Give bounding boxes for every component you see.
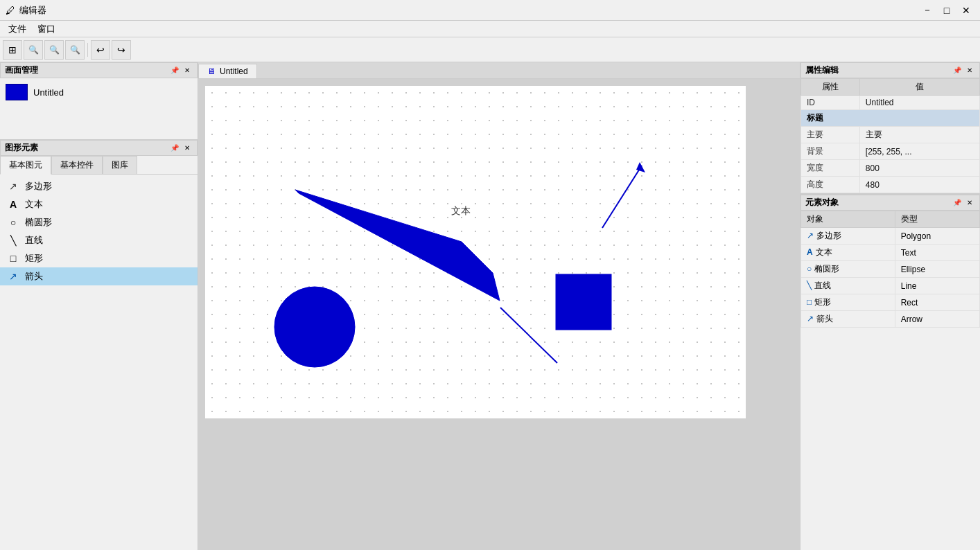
obj-name-text: A文本 (801, 245, 895, 261)
text-shape[interactable]: 文本 (451, 205, 471, 216)
shape-item-ellipse[interactable]: ○ 椭圆形 (0, 213, 198, 231)
objects-table: 对象 类型 ↗多边形 Polygon A文本 (800, 211, 980, 328)
obj-type-arrow: Arrow (895, 311, 979, 328)
ellipse-label: 椭圆形 (25, 216, 52, 229)
objects-pin-button[interactable]: 📌 (952, 197, 963, 209)
scene-name-label[interactable]: Untitled (33, 87, 64, 98)
canvas-surface[interactable]: 文本 (205, 86, 746, 418)
shape-item-text[interactable]: A 文本 (0, 195, 198, 213)
objects-close-button[interactable]: ✕ (964, 197, 975, 209)
left-panels: 画面管理 📌 ✕ Untitled 图形元素 📌 ✕ 基本图元 (0, 62, 198, 550)
obj-icon-line: ╲ (807, 281, 812, 290)
main-layout: 画面管理 📌 ✕ Untitled 图形元素 📌 ✕ 基本图元 (0, 62, 980, 550)
text-label: 文本 (25, 198, 43, 211)
prop-val-id[interactable]: Untitled (859, 96, 979, 110)
toolbar-separator (87, 43, 88, 57)
prop-val-height[interactable]: 480 (859, 177, 979, 193)
shapes-close-button[interactable]: ✕ (182, 143, 193, 154)
scene-manager-header: 画面管理 📌 ✕ (0, 62, 198, 78)
shapes-pin-button[interactable]: 📌 (169, 143, 180, 154)
arrow-label: 箭头 (25, 270, 43, 283)
obj-name-line: ╲直线 (801, 278, 895, 294)
canvas-area[interactable]: 文本 (198, 79, 800, 550)
prop-row-id[interactable]: ID Untitled (801, 96, 980, 110)
prop-key-main: 主要 (801, 127, 860, 143)
obj-icon-arrow: ↗ (807, 314, 814, 323)
props-pin-button[interactable]: 📌 (952, 65, 963, 76)
obj-row-arrow[interactable]: ↗箭头 Arrow (801, 311, 980, 328)
close-button[interactable]: ✕ (958, 2, 974, 19)
obj-name-polygon: ↗多边形 (801, 228, 895, 245)
obj-icon-ellipse: ○ (807, 264, 812, 274)
prop-val-width[interactable]: 800 (859, 160, 979, 177)
canvas-tab-untitled[interactable]: 🖥 Untitled (198, 64, 257, 78)
obj-type-polygon: Polygon (895, 228, 979, 245)
properties-panel: 属性编辑 📌 ✕ 属性 值 ID Untitled (800, 62, 980, 195)
shapes-tabs: 基本图元 基本控件 图库 (0, 156, 198, 175)
scene-content: Untitled (0, 78, 198, 106)
shape-item-line[interactable]: ╲ 直线 (0, 231, 198, 249)
shapes-panel-title: 图形元素 (5, 142, 38, 154)
tab-basic-shapes[interactable]: 基本图元 (0, 156, 51, 175)
obj-row-polygon[interactable]: ↗多边形 Polygon (801, 228, 980, 245)
scene-monitor-icon (6, 84, 28, 100)
menu-window[interactable]: 窗口 (32, 21, 61, 37)
obj-icon-rect: □ (807, 297, 812, 307)
obj-type-rect: Rect (895, 294, 979, 311)
zoom-in-button[interactable]: 🔍 (44, 40, 64, 60)
props-controls: 📌 ✕ (952, 65, 975, 76)
obj-col-obj: 对象 (801, 211, 895, 228)
obj-row-text[interactable]: A文本 Text (801, 245, 980, 261)
tab-library[interactable]: 图库 (103, 156, 137, 174)
obj-row-line[interactable]: ╲直线 Line (801, 278, 980, 294)
canvas-tabs: 🖥 Untitled (198, 62, 800, 79)
app-icon: 🖊 (6, 5, 15, 16)
obj-row-rect[interactable]: □矩形 Rect (801, 294, 980, 311)
line-label: 直线 (25, 234, 43, 247)
prop-section-title: 标题 (801, 110, 980, 127)
redo-button[interactable]: ↪ (112, 40, 131, 60)
scene-manager-pin[interactable]: 📌 (169, 65, 180, 76)
line-icon: ╲ (7, 235, 19, 246)
prop-row-bg[interactable]: 背景 [255, 255, ... (801, 143, 980, 160)
objects-panel-header: 元素对象 📌 ✕ (800, 195, 980, 211)
center-area: 🖥 Untitled 文本 (198, 62, 800, 550)
rect-shape[interactable] (556, 274, 611, 330)
tab-basic-controls[interactable]: 基本控件 (51, 156, 103, 174)
app-title: 编辑器 (19, 4, 919, 17)
shape-item-rect[interactable]: □ 矩形 (0, 249, 198, 267)
scene-manager-panel: 画面管理 📌 ✕ Untitled (0, 62, 198, 140)
maximize-button[interactable]: □ (938, 2, 955, 19)
grid-toggle-button[interactable]: ⊞ (3, 40, 22, 60)
prop-val-main[interactable]: 主要 (859, 127, 979, 143)
zoom-fit-button[interactable]: 🔍 (24, 40, 43, 60)
prop-key-bg: 背景 (801, 143, 860, 160)
title-bar: 🖊 编辑器 － □ ✕ (0, 0, 980, 21)
properties-table: 属性 值 ID Untitled 标题 主要 主要 (800, 78, 980, 193)
prop-row-height[interactable]: 高度 480 (801, 177, 980, 193)
prop-row-width[interactable]: 宽度 800 (801, 160, 980, 177)
obj-col-type: 类型 (895, 211, 979, 228)
polygon-label: 多边形 (25, 180, 52, 193)
undo-button[interactable]: ↩ (91, 40, 110, 60)
canvas-tab-label: Untitled (220, 66, 248, 76)
prop-row-main[interactable]: 主要 主要 (801, 127, 980, 143)
shapes-list: ↗ 多边形 A 文本 ○ 椭圆形 ╲ 直线 □ 矩形 (0, 175, 198, 288)
rect-icon: □ (7, 253, 19, 264)
prop-key-height: 高度 (801, 177, 860, 193)
canvas-svg: 文本 (205, 86, 746, 418)
canvas-tab-icon: 🖥 (207, 66, 216, 76)
prop-section-title-label: 标题 (801, 110, 980, 127)
menu-file[interactable]: 文件 (3, 21, 32, 37)
text-shape-icon: A (7, 199, 19, 210)
props-close-button[interactable]: ✕ (964, 65, 975, 76)
scene-manager-close[interactable]: ✕ (182, 65, 193, 76)
shapes-panel: 图形元素 📌 ✕ 基本图元 基本控件 图库 ↗ 多边形 A 文本 (0, 140, 198, 550)
minimize-button[interactable]: － (919, 2, 936, 19)
shape-item-arrow[interactable]: ↗ 箭头 (0, 267, 198, 285)
ellipse-shape[interactable] (274, 287, 355, 367)
zoom-out-button[interactable]: 🔍 (65, 40, 85, 60)
prop-val-bg[interactable]: [255, 255, ... (859, 143, 979, 160)
obj-row-ellipse[interactable]: ○椭圆形 Ellipse (801, 261, 980, 278)
shape-item-polygon[interactable]: ↗ 多边形 (0, 177, 198, 195)
